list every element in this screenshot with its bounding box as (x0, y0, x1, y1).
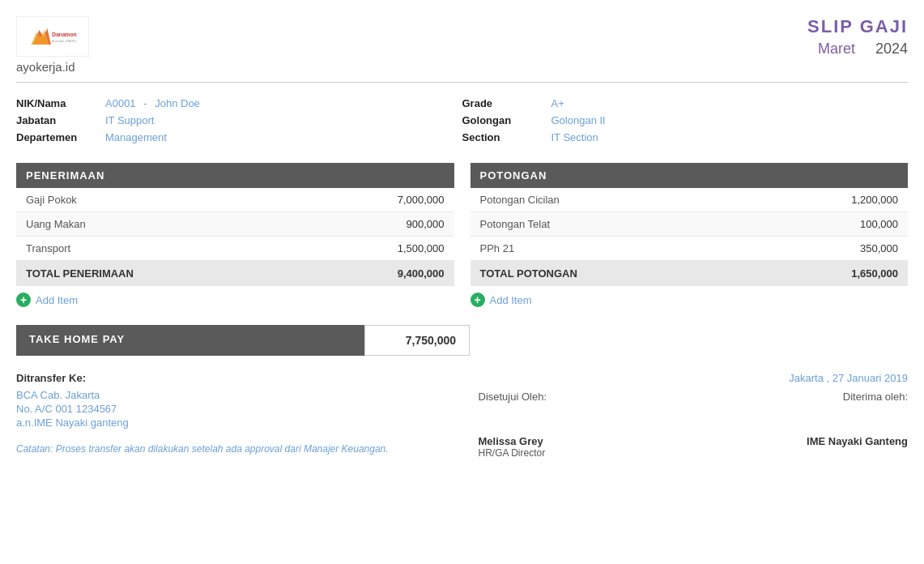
row-value: 100,000 (860, 218, 898, 230)
jabatan-value: IT Support (105, 114, 154, 126)
approval-section: Jakarta , 27 Januari 2019 Disetujui Oleh… (446, 372, 909, 459)
header-right: SLIP GAJI Maret 2024 (807, 16, 908, 58)
departemen-label: Departemen (16, 131, 105, 143)
nik-value: A0001 - John Doe (105, 97, 200, 109)
jabatan-row: Jabatan IT Support (16, 114, 462, 126)
nik-row: NIK/Nama A0001 - John Doe (16, 97, 462, 109)
row-value: 7,000,000 (398, 194, 445, 206)
slip-gaji-title: SLIP GAJI (807, 16, 908, 37)
row-label: Uang Makan (26, 218, 86, 230)
approver-left: Melissa Grey HR/GA Director (479, 435, 546, 459)
jabatan-label: Jabatan (16, 114, 105, 126)
row-value: 1,500,000 (398, 242, 445, 254)
page-header: Danamon A member of MUFG, a global finan… (16, 16, 908, 83)
approval-labels: Disetujui Oleh: Diterima oleh: (479, 391, 909, 403)
departemen-value: Management (105, 131, 167, 143)
row-label: Potongan Telat (480, 218, 551, 230)
tables-row: PENERIMAAN Gaji Pokok7,000,000Uang Makan… (16, 163, 908, 314)
employee-name: John Doe (155, 97, 200, 109)
info-left: NIK/Nama A0001 - John Doe Jabatan IT Sup… (16, 97, 462, 148)
potongan-rows: Potongan Cicilan1,200,000Potongan Telat1… (471, 188, 909, 261)
logo-area: Danamon A member of MUFG, a global finan… (16, 16, 89, 74)
row-label: Potongan Cicilan (480, 194, 560, 206)
svg-text:A member of MUFG, a global fin: A member of MUFG, a global financial gro… (52, 40, 77, 43)
potongan-add-icon[interactable]: + (471, 293, 485, 307)
disetujui-label: Disetujui Oleh: (479, 391, 547, 403)
table-row: Potongan Cicilan1,200,000 (471, 188, 909, 212)
penerimaan-total-value: 9,400,000 (398, 267, 445, 280)
take-home-row: TAKE HOME PAY 7,750,000 (16, 325, 470, 356)
transfer-title: Ditransfer Ke: (16, 372, 446, 384)
info-right: Grade A+ Golongan Golongan II Section IT… (462, 97, 909, 148)
section-label: Section (462, 131, 551, 143)
transfer-info: Ditransfer Ke: BCA Cab. Jakarta No. A/C … (16, 372, 446, 459)
golongan-value: Golongan II (551, 114, 606, 126)
table-row: Potongan Telat100,000 (471, 212, 909, 237)
approver-right: IME Nayaki Ganteng (807, 435, 908, 459)
grade-label: Grade (462, 97, 551, 109)
potongan-total-row: TOTAL POTONGAN 1,650,000 (471, 261, 909, 286)
employee-info: NIK/Nama A0001 - John Doe Jabatan IT Sup… (16, 97, 908, 148)
penerimaan-header: PENERIMAAN (16, 163, 454, 188)
row-value: 1,200,000 (851, 194, 898, 206)
penerimaan-add-label[interactable]: Add Item (36, 294, 78, 306)
section-row: Section IT Section (462, 131, 909, 143)
potongan-total-label: TOTAL POTONGAN (480, 267, 577, 280)
golongan-label: Golongan (462, 114, 551, 126)
slip-month: Maret (818, 41, 855, 57)
site-url: ayokerja.id (16, 60, 75, 74)
slip-date: Maret 2024 (807, 41, 908, 58)
potongan-total-value: 1,650,000 (851, 267, 898, 280)
row-value: 900,000 (407, 218, 445, 230)
approval-names: Melissa Grey HR/GA Director IME Nayaki G… (479, 435, 909, 459)
section-value: IT Section (551, 131, 598, 143)
transfer-account: No. A/C 001 1234567 (16, 403, 446, 415)
take-home-value: 7,750,000 (364, 325, 470, 356)
diterima-label: Diterima oleh: (843, 391, 908, 403)
penerimaan-rows: Gaji Pokok7,000,000Uang Makan900,000Tran… (16, 188, 454, 261)
transfer-name: a.n.IME Nayaki ganteng (16, 417, 446, 429)
approver-title: HR/GA Director (479, 447, 546, 459)
row-label: PPh 21 (480, 242, 515, 254)
approval-date: Jakarta , 27 Januari 2019 (479, 372, 909, 384)
potongan-add-item[interactable]: + Add Item (471, 286, 909, 314)
approver-name: Melissa Grey (479, 435, 546, 447)
table-row: Uang Makan900,000 (16, 212, 454, 237)
golongan-row: Golongan Golongan II (462, 114, 909, 126)
svg-text:Danamon: Danamon (52, 32, 76, 37)
row-label: Transport (26, 242, 70, 254)
receiver-name: IME Nayaki Ganteng (807, 435, 908, 447)
nik: A0001 (105, 97, 136, 109)
nik-label: NIK/Nama (16, 97, 105, 109)
row-value: 350,000 (860, 242, 898, 254)
penerimaan-total-row: TOTAL PENERIMAAN 9,400,000 (16, 261, 454, 286)
departemen-row: Departemen Management (16, 131, 462, 143)
table-row: Gaji Pokok7,000,000 (16, 188, 454, 212)
potongan-section: POTONGAN Potongan Cicilan1,200,000Potong… (471, 163, 909, 314)
potongan-add-label[interactable]: Add Item (490, 294, 532, 306)
table-row: Transport1,500,000 (16, 237, 454, 261)
row-label: Gaji Pokok (26, 194, 77, 206)
grade-row: Grade A+ (462, 97, 909, 109)
penerimaan-add-icon[interactable]: + (16, 293, 31, 307)
logo-box: Danamon A member of MUFG, a global finan… (16, 16, 89, 57)
footer-section: Ditransfer Ke: BCA Cab. Jakarta No. A/C … (16, 372, 908, 459)
catatan: Catatan: Proses transfer akan dilakukan … (16, 443, 446, 455)
slip-year: 2024 (875, 41, 908, 57)
potongan-header: POTONGAN (471, 163, 909, 188)
grade-value: A+ (551, 97, 564, 109)
table-row: PPh 21350,000 (471, 237, 909, 261)
nik-separator: - (143, 97, 147, 109)
transfer-bank: BCA Cab. Jakarta (16, 389, 446, 401)
penerimaan-add-item[interactable]: + Add Item (16, 286, 454, 314)
penerimaan-total-label: TOTAL PENERIMAAN (26, 267, 134, 280)
take-home-label: TAKE HOME PAY (16, 325, 364, 356)
penerimaan-section: PENERIMAAN Gaji Pokok7,000,000Uang Makan… (16, 163, 454, 314)
